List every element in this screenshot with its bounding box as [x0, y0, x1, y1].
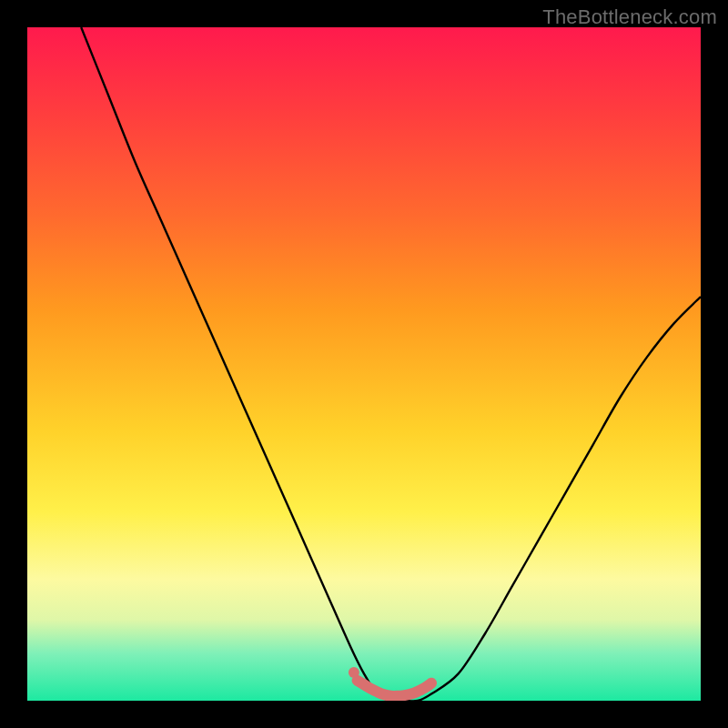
sweet-spot-dot	[349, 667, 359, 678]
watermark-text: TheBottleneck.com	[542, 5, 717, 29]
sweet-spot-marker	[358, 681, 431, 696]
chart-frame: TheBottleneck.com	[0, 0, 728, 728]
bottleneck-curve	[81, 27, 701, 701]
curve-layer	[27, 27, 701, 701]
plot-area	[27, 27, 701, 701]
